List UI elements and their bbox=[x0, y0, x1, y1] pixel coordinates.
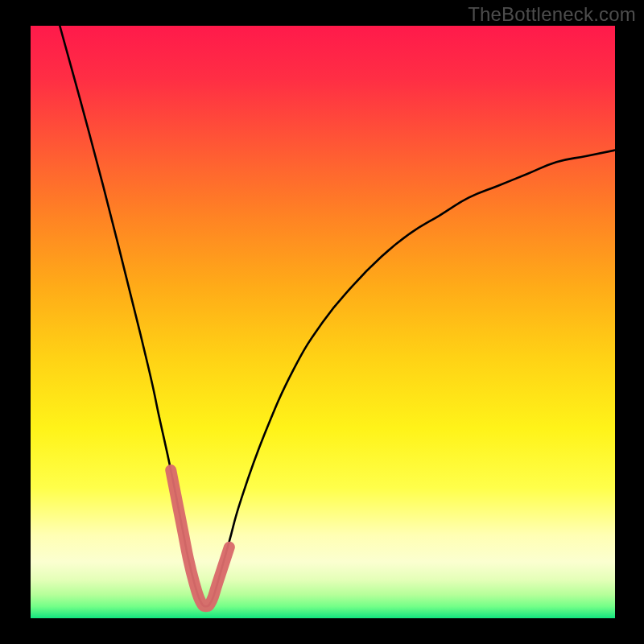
chart-frame: TheBottleneck.com bbox=[0, 0, 644, 644]
watermark-text: TheBottleneck.com bbox=[468, 3, 636, 26]
bottleneck-chart bbox=[0, 0, 644, 644]
